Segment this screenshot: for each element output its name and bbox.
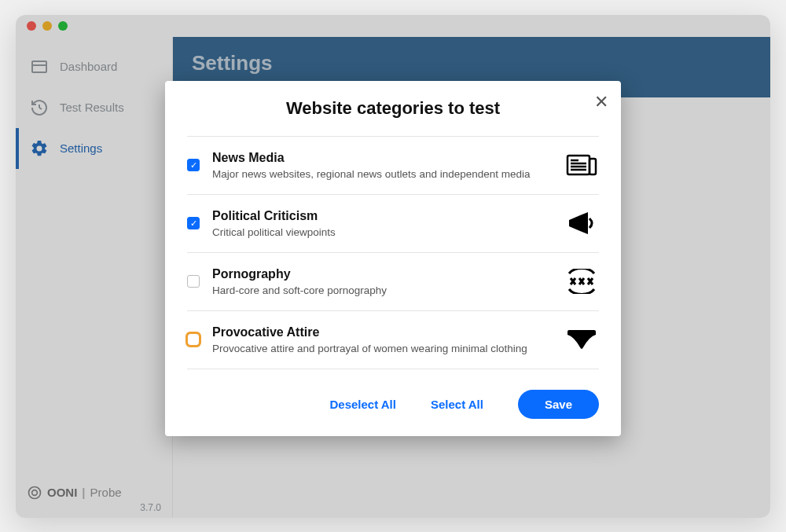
category-row-news-media[interactable]: ✓ News Media Major news websites, region… [187,137,599,195]
save-button[interactable]: Save [518,390,599,419]
category-checkbox[interactable]: ✓ [187,159,200,171]
category-name: Political Criticism [212,209,552,223]
xxx-icon [564,267,599,295]
category-checkbox[interactable]: ✓ [187,217,200,229]
app-window: Dashboard Test Results Settings OONI | [16,15,770,518]
category-name: News Media [212,151,552,165]
category-text: Pornography Hard-core and soft-core porn… [212,267,552,296]
svg-rect-7 [590,159,596,174]
category-desc: Hard-core and soft-core pornography [212,284,552,296]
modal-overlay[interactable]: ✕ Website categories to test ✓ News Medi… [16,15,770,518]
category-text: News Media Major news websites, regional… [212,151,552,180]
category-row-provocative-attire[interactable]: Provocative Attire Provocative attire an… [187,311,599,369]
modal-actions: Deselect All Select All Save [187,369,599,419]
newspaper-icon [564,151,599,179]
category-desc: Critical political viewpoints [212,226,552,238]
category-row-pornography[interactable]: Pornography Hard-core and soft-core porn… [187,253,599,311]
svg-rect-6 [567,156,590,174]
close-icon: ✕ [594,92,608,112]
category-desc: Provocative attire and portrayal of wome… [212,343,552,354]
category-checkbox[interactable] [187,333,200,346]
select-all-button[interactable]: Select All [431,398,483,411]
deselect-all-button[interactable]: Deselect All [329,398,396,411]
category-text: Political Criticism Critical political v… [212,209,552,238]
modal-title: Website categories to test [187,98,599,119]
categories-modal: ✕ Website categories to test ✓ News Medi… [165,81,621,436]
close-button[interactable]: ✕ [594,92,608,112]
category-checkbox[interactable] [187,275,200,288]
category-desc: Major news websites, regional news outle… [212,168,552,180]
category-name: Provocative Attire [212,325,552,339]
category-name: Pornography [212,267,552,281]
category-text: Provocative Attire Provocative attire an… [212,325,552,354]
category-row-political-criticism[interactable]: ✓ Political Criticism Critical political… [187,195,599,253]
underwear-icon [564,325,599,354]
megaphone-icon [564,209,599,237]
category-list: ✓ News Media Major news websites, region… [187,136,599,369]
